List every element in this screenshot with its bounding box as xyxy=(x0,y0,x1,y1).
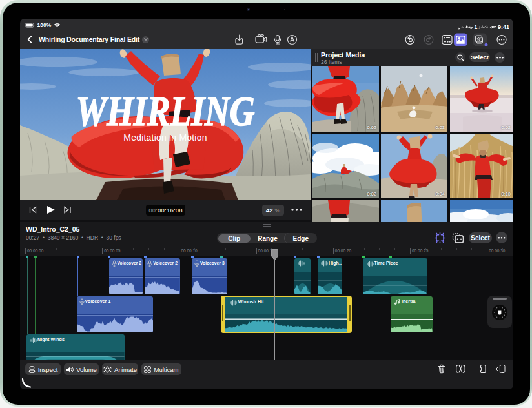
svg-text:9:41: 9:41 xyxy=(498,24,509,30)
svg-text:1: 1 xyxy=(475,24,478,30)
